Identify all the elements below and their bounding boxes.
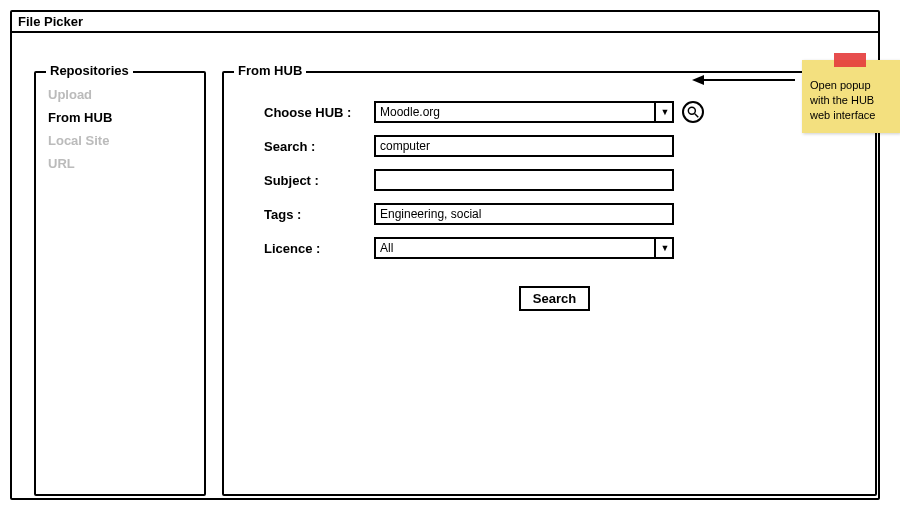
window-title: File Picker — [12, 12, 878, 33]
label-subject: Subject : — [264, 173, 374, 188]
row-licence: Licence : — [264, 235, 845, 261]
tags-input[interactable] — [374, 203, 674, 225]
hub-form: Choose HUB : Search : — [234, 83, 865, 321]
open-hub-popup-icon[interactable] — [682, 101, 704, 123]
label-choose-hub: Choose HUB : — [264, 105, 374, 120]
row-subject: Subject : — [264, 167, 845, 193]
subject-input[interactable] — [374, 169, 674, 191]
row-choose-hub: Choose HUB : — [264, 99, 845, 125]
repo-item-url[interactable]: URL — [46, 152, 194, 175]
choose-hub-select[interactable] — [374, 101, 674, 123]
row-search: Search : — [264, 133, 845, 159]
repo-item-from-hub[interactable]: From HUB — [46, 106, 194, 129]
label-licence: Licence : — [264, 241, 374, 256]
repositories-panel: Repositories Upload From HUB Local Site … — [34, 71, 206, 496]
row-tags: Tags : — [264, 201, 845, 227]
search-input[interactable] — [374, 135, 674, 157]
annotation-sticky-note: Open popup with the HUB web interface — [802, 60, 900, 133]
sticky-tape — [834, 53, 866, 67]
repositories-legend: Repositories — [46, 63, 133, 78]
label-search: Search : — [264, 139, 374, 154]
repo-item-local-site[interactable]: Local Site — [46, 129, 194, 152]
svg-point-0 — [688, 107, 695, 114]
search-button-row: Search — [264, 286, 845, 311]
file-picker-window: File Picker Repositories Upload From HUB… — [10, 10, 880, 500]
repo-item-upload[interactable]: Upload — [46, 83, 194, 106]
search-button[interactable]: Search — [519, 286, 590, 311]
sticky-text: Open popup with the HUB web interface — [810, 79, 875, 121]
from-hub-legend: From HUB — [234, 63, 306, 78]
licence-select[interactable] — [374, 237, 674, 259]
label-tags: Tags : — [264, 207, 374, 222]
from-hub-panel: From HUB Choose HUB : Search : — [222, 71, 877, 496]
window-body: Repositories Upload From HUB Local Site … — [12, 33, 878, 497]
svg-line-1 — [695, 114, 699, 118]
